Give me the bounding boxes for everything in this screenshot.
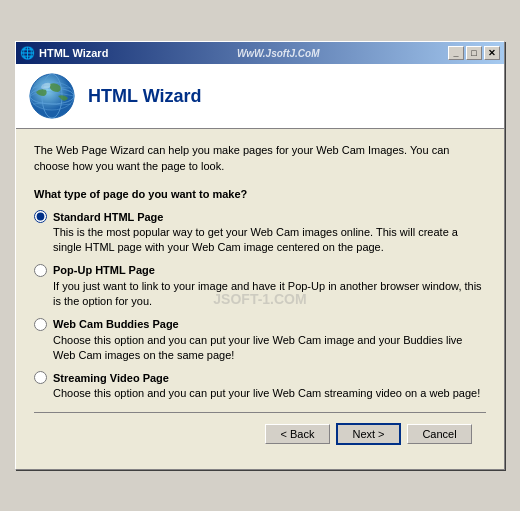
globe-icon bbox=[28, 72, 76, 120]
title-bar-left: 🌐 HTML Wizard bbox=[20, 46, 108, 60]
question-text: What type of page do you want to make? bbox=[34, 188, 486, 200]
option-streaming: Streaming Video Page Choose this option … bbox=[34, 371, 486, 401]
option-buddies-label: Web Cam Buddies Page bbox=[53, 318, 179, 330]
radio-popup[interactable] bbox=[34, 264, 47, 277]
option-buddies-label-row[interactable]: Web Cam Buddies Page bbox=[34, 318, 486, 331]
option-popup: Pop-Up HTML Page If you just want to lin… bbox=[34, 264, 486, 310]
close-button[interactable]: ✕ bbox=[484, 46, 500, 60]
option-buddies: Web Cam Buddies Page Choose this option … bbox=[34, 318, 486, 364]
wizard-window: 🌐 HTML Wizard WwW.JsoftJ.CoM _ □ ✕ bbox=[15, 41, 505, 470]
minimize-button[interactable]: _ bbox=[448, 46, 464, 60]
option-streaming-label: Streaming Video Page bbox=[53, 372, 169, 384]
option-popup-label: Pop-Up HTML Page bbox=[53, 264, 155, 276]
radio-standard[interactable] bbox=[34, 210, 47, 223]
option-standard-desc: This is the most popular way to get your… bbox=[53, 225, 486, 256]
option-standard-label: Standard HTML Page bbox=[53, 211, 163, 223]
radio-streaming[interactable] bbox=[34, 371, 47, 384]
title-bar-icon: 🌐 bbox=[20, 46, 35, 60]
cancel-button[interactable]: Cancel bbox=[407, 424, 472, 444]
option-standard-label-row[interactable]: Standard HTML Page bbox=[34, 210, 486, 223]
title-bar-text: HTML Wizard bbox=[39, 47, 108, 59]
option-streaming-label-row[interactable]: Streaming Video Page bbox=[34, 371, 486, 384]
option-popup-desc: If you just want to link to your image a… bbox=[53, 279, 486, 310]
title-bar-controls: _ □ ✕ bbox=[448, 46, 500, 60]
radio-group: Standard HTML Page This is the most popu… bbox=[34, 210, 486, 402]
back-button[interactable]: < Back bbox=[265, 424, 330, 444]
next-button[interactable]: Next > bbox=[336, 423, 401, 445]
radio-buddies[interactable] bbox=[34, 318, 47, 331]
option-buddies-desc: Choose this option and you can put your … bbox=[53, 333, 486, 364]
footer-area: < Back Next > Cancel bbox=[34, 412, 486, 455]
option-popup-label-row[interactable]: Pop-Up HTML Page bbox=[34, 264, 486, 277]
svg-point-0 bbox=[30, 74, 74, 118]
title-bar: 🌐 HTML Wizard WwW.JsoftJ.CoM _ □ ✕ bbox=[16, 42, 504, 64]
content-area: JSOFT-1.COM The Web Page Wizard can help… bbox=[16, 129, 504, 469]
option-streaming-desc: Choose this option and you can put your … bbox=[53, 386, 486, 401]
option-standard: Standard HTML Page This is the most popu… bbox=[34, 210, 486, 256]
header-title: HTML Wizard bbox=[88, 86, 202, 107]
header-area: HTML Wizard bbox=[16, 64, 504, 129]
intro-text: The Web Page Wizard can help you make pa… bbox=[34, 143, 486, 174]
title-bar-watermark: WwW.JsoftJ.CoM bbox=[108, 48, 448, 59]
maximize-button[interactable]: □ bbox=[466, 46, 482, 60]
